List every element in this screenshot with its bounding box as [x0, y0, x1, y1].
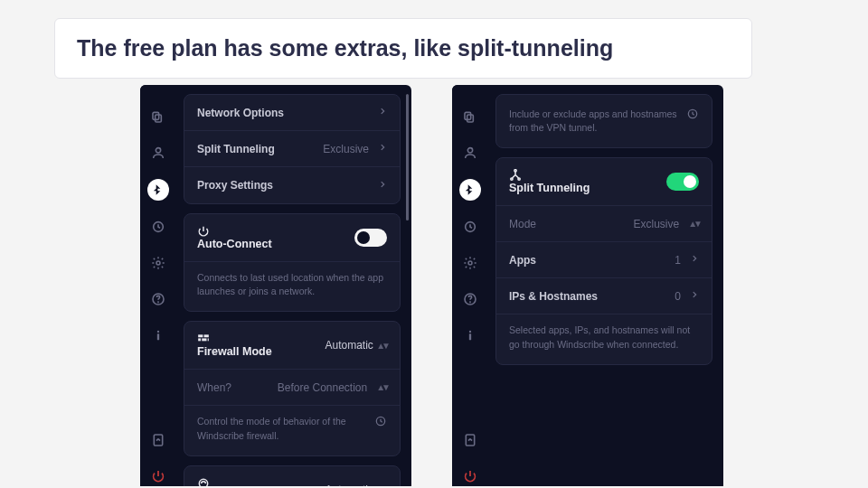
nav-about-icon[interactable] [148, 325, 168, 345]
clock-icon [686, 108, 699, 124]
nav-connection-icon[interactable] [147, 179, 169, 201]
nav-general-icon[interactable] [460, 107, 480, 127]
chevron-right-icon [690, 289, 699, 303]
firewall-when-label: When? [197, 381, 231, 394]
sidebar [140, 85, 176, 486]
nav-robert-icon[interactable] [460, 217, 480, 237]
svg-point-24 [469, 331, 471, 333]
svg-point-6 [158, 302, 159, 303]
connection-mode-value: Automatic [326, 483, 373, 486]
split-tunneling-toggle[interactable] [666, 173, 699, 191]
firewall-title-group: Firewall Mode [197, 333, 272, 358]
nav-help-icon[interactable] [460, 289, 480, 309]
firewall-card: Firewall Mode Automatic ▲▼ When? Before … [184, 321, 401, 455]
proxy-settings-row[interactable]: Proxy Settings [184, 167, 400, 203]
chevron-right-icon [690, 253, 699, 267]
split-tunneling-card: Split Tunneling Mode Exclusive ▲▼ Apps 1 [495, 157, 712, 364]
svg-point-7 [157, 331, 159, 333]
caption-text: The free plan has some extras, like spli… [77, 35, 613, 61]
updown-icon: ▲▼ [376, 485, 387, 486]
firewall-icon [197, 333, 272, 345]
nav-logout-icon[interactable] [460, 430, 480, 450]
nav-logout-icon[interactable] [148, 430, 168, 450]
updown-icon: ▲▼ [688, 219, 699, 229]
settings-panel-left: Network Options Split Tunneling Exclusiv… [140, 85, 411, 486]
split-tunneling-card-title: Split Tunneling [509, 169, 590, 194]
network-options-row[interactable]: Network Options [184, 95, 400, 131]
svg-point-4 [156, 261, 160, 265]
split-tunneling-info-card: Include or exclude apps and hostnames fr… [495, 94, 712, 148]
nav-account-icon[interactable] [148, 143, 168, 163]
nav-preferences-icon[interactable] [460, 253, 480, 273]
auto-connect-toggle[interactable] [354, 229, 387, 247]
split-tunneling-info: Include or exclude apps and hostnames fr… [509, 108, 677, 135]
apps-count: 1 [675, 254, 681, 267]
network-options-label: Network Options [197, 107, 284, 119]
chevron-right-icon [378, 179, 387, 192]
nav-preferences-icon[interactable] [148, 253, 168, 273]
sidebar [452, 85, 488, 486]
nav-general-icon[interactable] [148, 107, 168, 127]
svg-rect-10 [198, 335, 203, 338]
firewall-when-value: Before Connection [278, 381, 367, 394]
svg-point-19 [467, 148, 472, 153]
nav-quit-icon[interactable] [148, 466, 168, 486]
split-tunneling-icon [509, 169, 590, 182]
firewall-description: Control the mode of behavior of the Wind… [197, 415, 365, 442]
svg-point-23 [470, 302, 471, 303]
svg-point-21 [468, 261, 472, 265]
mode-value: Exclusive [634, 218, 680, 230]
svg-point-28 [511, 178, 513, 180]
mode-select[interactable]: Exclusive ▲▼ [634, 218, 699, 230]
caption-card: The free plan has some extras, like spli… [54, 18, 752, 79]
svg-rect-12 [198, 339, 201, 342]
auto-connect-card: Auto-Connect Connects to last used locat… [184, 213, 401, 312]
split-tunneling-row[interactable]: Split Tunneling Exclusive [184, 131, 400, 167]
nav-robert-icon[interactable] [148, 217, 168, 237]
nav-account-icon[interactable] [460, 143, 480, 163]
nav-about-icon[interactable] [460, 325, 480, 345]
auto-connect-description: Connects to last used location when the … [197, 271, 387, 298]
proxy-settings-label: Proxy Settings [197, 179, 273, 192]
firewall-mode-value: Automatic [326, 339, 373, 352]
clock-icon [374, 415, 387, 431]
chevron-right-icon [378, 142, 387, 155]
nav-quit-icon[interactable] [460, 466, 480, 486]
connection-mode-title-group: Connection Mode [197, 477, 292, 486]
content-left: Network Options Split Tunneling Exclusiv… [176, 85, 411, 486]
svg-rect-14 [208, 339, 209, 342]
auto-connect-icon [197, 225, 272, 238]
hosts-count: 0 [675, 290, 681, 303]
auto-connect-title: Auto-Connect [197, 225, 272, 250]
settings-panel-right: Include or exclude apps and hostnames fr… [452, 85, 723, 486]
apps-label: Apps [509, 254, 536, 267]
mode-label: Mode [509, 218, 536, 230]
updown-icon: ▲▼ [376, 382, 387, 392]
updown-icon: ▲▼ [376, 341, 387, 351]
split-tunneling-label: Split Tunneling [197, 143, 275, 155]
svg-point-16 [199, 479, 207, 486]
connection-mode-card: Connection Mode Automatic ▲▼ [184, 465, 401, 486]
nav-connection-icon[interactable] [459, 179, 481, 201]
scrollbar-thumb[interactable] [406, 94, 409, 221]
connection-mode-select[interactable]: Automatic ▲▼ [326, 483, 388, 486]
content-right: Include or exclude apps and hostnames fr… [488, 85, 723, 486]
svg-rect-11 [204, 335, 209, 338]
nav-help-icon[interactable] [148, 289, 168, 309]
apps-row[interactable]: Apps 1 [496, 242, 712, 278]
svg-point-29 [518, 178, 520, 180]
svg-rect-13 [202, 339, 206, 342]
split-tunneling-status: Exclusive [323, 143, 369, 155]
connection-nav-card: Network Options Split Tunneling Exclusiv… [184, 94, 401, 204]
svg-rect-26 [466, 435, 474, 446]
chevron-right-icon [378, 106, 387, 119]
svg-rect-8 [157, 333, 159, 340]
firewall-when-select[interactable]: Before Connection ▲▼ [278, 381, 387, 394]
svg-rect-9 [154, 435, 162, 446]
hosts-row[interactable]: IPs & Hostnames 0 [496, 278, 712, 314]
firewall-mode-select[interactable]: Automatic ▲▼ [326, 339, 388, 352]
svg-rect-25 [469, 333, 471, 340]
svg-point-2 [156, 148, 160, 153]
split-tunneling-footer: Selected apps, IPs, and hostnames will n… [509, 324, 699, 351]
connection-mode-icon [197, 477, 292, 486]
